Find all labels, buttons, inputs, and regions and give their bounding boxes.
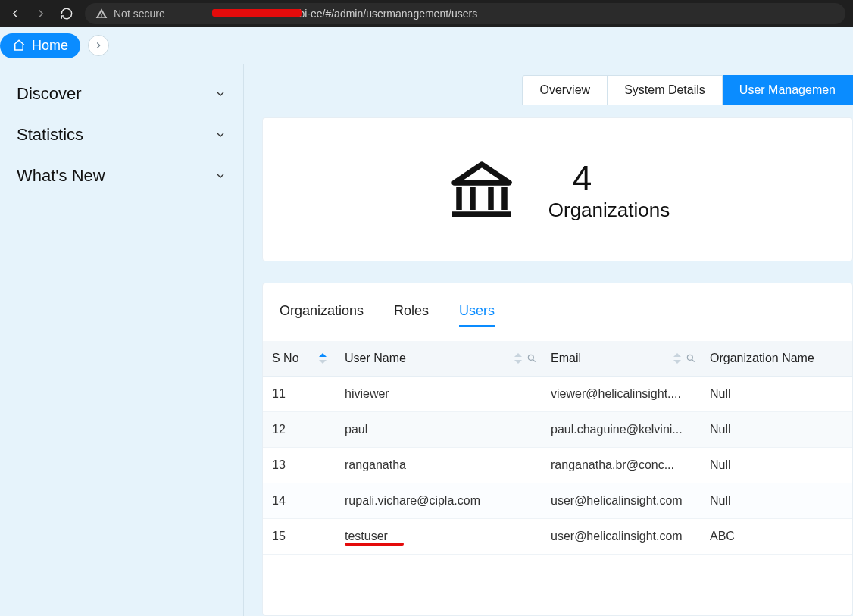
- cell-user-name: ranganatha: [336, 448, 542, 483]
- cell-user-name: testuser: [336, 519, 542, 555]
- home-label: Home: [32, 38, 68, 54]
- sidebar-item-statistics[interactable]: Statistics: [0, 114, 243, 155]
- redaction-mark: [212, 9, 302, 17]
- cell-email: paul.chaguine@kelvini...: [542, 412, 701, 448]
- cell-user-name: hiviewer: [336, 377, 542, 412]
- warning-icon: [95, 8, 108, 20]
- not-secure-label: Not secure: [114, 8, 165, 20]
- cell-sno: 12: [263, 412, 336, 448]
- organizations-card: 4 Organizations: [262, 117, 853, 261]
- cell-email: user@helicalinsight.com: [542, 483, 701, 519]
- table-row[interactable]: 13 ranganatha ranganatha.br@conc... Null: [263, 448, 852, 483]
- th-label: Email: [551, 352, 581, 364]
- cell-sno: 15: [263, 519, 336, 555]
- sidebar-item-label: Statistics: [17, 125, 83, 145]
- search-icon[interactable]: [526, 353, 537, 364]
- cell-sno: 11: [263, 377, 336, 412]
- subtab-users[interactable]: Users: [459, 297, 495, 327]
- cell-sno: 13: [263, 448, 336, 483]
- cell-user-name: paul: [336, 412, 542, 448]
- tab-system-details[interactable]: System Details: [608, 75, 723, 105]
- sort-icon[interactable]: [514, 353, 522, 364]
- cell-org: Null: [701, 483, 852, 519]
- sub-tabs: Organizations Roles Users: [263, 297, 852, 327]
- tab-user-management[interactable]: User Managemen: [723, 75, 853, 105]
- main-panel: Overview System Details User Managemen 4…: [244, 64, 853, 616]
- browser-nav: [8, 6, 74, 21]
- cell-email: user@helicalinsight.com: [542, 519, 701, 555]
- browser-bar: Not secure 5:8085/bi-ee/#/admin/usermana…: [0, 0, 853, 27]
- home-button[interactable]: Home: [0, 33, 80, 58]
- reload-icon[interactable]: [59, 6, 74, 21]
- th-sno[interactable]: S No: [263, 341, 336, 377]
- table-row[interactable]: 15 testuser user@helicalinsight.com ABC: [263, 519, 852, 555]
- sort-icon[interactable]: [319, 353, 327, 364]
- breadcrumb-chevron-icon[interactable]: [88, 35, 109, 56]
- sidebar-item-whats-new[interactable]: What's New: [0, 155, 243, 196]
- organization-icon: [445, 153, 518, 226]
- highlighted-user: testuser: [345, 530, 388, 543]
- breadcrumb: Home: [0, 27, 109, 64]
- search-icon[interactable]: [686, 353, 696, 364]
- address-bar[interactable]: Not secure 5:8085/bi-ee/#/admin/usermana…: [85, 3, 845, 24]
- cell-user-name: rupali.vichare@cipla.com: [336, 483, 542, 519]
- organizations-count: 4: [573, 158, 592, 199]
- th-organization-name[interactable]: Organization Name: [701, 341, 852, 377]
- subtab-organizations[interactable]: Organizations: [280, 297, 364, 327]
- sidebar-item-label: Discover: [17, 84, 82, 104]
- th-label: S No: [272, 352, 299, 364]
- organizations-label: Organizations: [548, 199, 670, 222]
- app: Home Discover Statistics What's New: [0, 27, 853, 616]
- cell-org: Null: [701, 412, 852, 448]
- th-user-name[interactable]: User Name: [336, 341, 542, 377]
- cell-org: Null: [701, 448, 852, 483]
- cell-org: Null: [701, 377, 852, 412]
- sidebar-item-label: What's New: [17, 166, 105, 186]
- back-icon[interactable]: [8, 6, 23, 21]
- table-row[interactable]: 11 hiviewer viewer@helicalinsight.... Nu…: [263, 377, 852, 412]
- forward-icon[interactable]: [33, 6, 48, 21]
- top-tabs: Overview System Details User Managemen: [522, 75, 853, 105]
- svg-point-0: [528, 355, 533, 360]
- home-icon: [12, 39, 26, 52]
- cell-email: viewer@helicalinsight....: [542, 377, 701, 412]
- table-row[interactable]: 14 rupali.vichare@cipla.com user@helical…: [263, 483, 852, 519]
- th-email[interactable]: Email: [542, 341, 701, 377]
- chevron-down-icon: [214, 88, 227, 100]
- cell-email: ranganatha.br@conc...: [542, 448, 701, 483]
- tab-overview[interactable]: Overview: [522, 75, 608, 105]
- sidebar-item-discover[interactable]: Discover: [0, 73, 243, 114]
- subtab-roles[interactable]: Roles: [394, 297, 429, 327]
- users-table: S No User Name: [263, 341, 852, 555]
- users-card: Organizations Roles Users S No User: [262, 283, 853, 616]
- sort-icon[interactable]: [673, 353, 681, 364]
- sidebar: Discover Statistics What's New: [0, 64, 244, 616]
- cell-org: ABC: [701, 519, 852, 555]
- th-label: Organization Name: [710, 352, 814, 364]
- cell-sno: 14: [263, 483, 336, 519]
- chevron-down-icon: [214, 170, 227, 182]
- svg-point-1: [687, 355, 692, 360]
- table-row[interactable]: 12 paul paul.chaguine@kelvini... Null: [263, 412, 852, 448]
- chevron-down-icon: [214, 129, 227, 141]
- th-label: User Name: [345, 352, 406, 364]
